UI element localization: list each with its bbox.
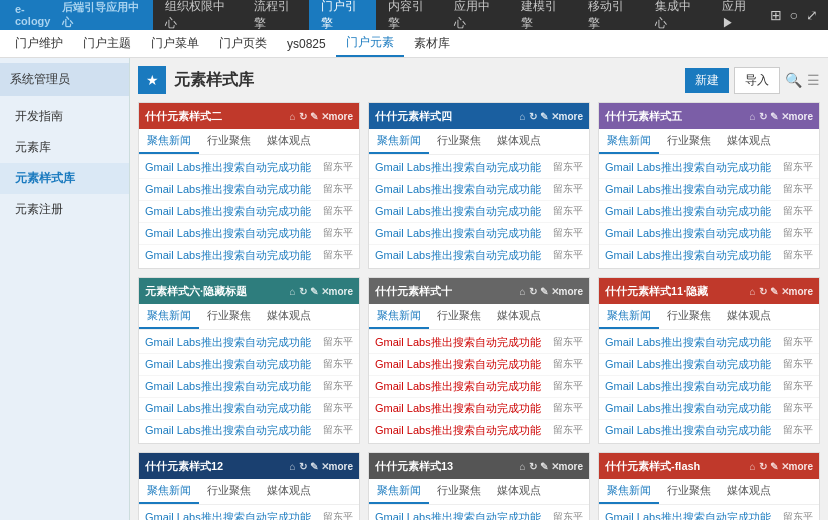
card-tab-card4-0[interactable]: 聚焦新闻	[139, 304, 199, 329]
card-more-card3[interactable]: more	[789, 111, 813, 122]
list-icon[interactable]: ☰	[807, 72, 820, 88]
row-text-card2-2[interactable]: Gmail Labs推出搜索自动完成功能	[375, 204, 549, 219]
second-nav-portal-theme[interactable]: 门户主题	[73, 30, 141, 57]
card-tab-card6-1[interactable]: 行业聚焦	[659, 304, 719, 329]
card-icon-refresh-card5[interactable]: ↻	[529, 286, 537, 297]
user-icon[interactable]: ○	[790, 7, 798, 23]
card-icon-home-card3[interactable]: ⌂	[750, 111, 756, 122]
card-icon-home-card8[interactable]: ⌂	[520, 461, 526, 472]
card-tab-card9-2[interactable]: 媒体观点	[719, 479, 779, 504]
expand-icon[interactable]: ⤢	[806, 7, 818, 23]
card-icon-refresh-card7[interactable]: ↻	[299, 461, 307, 472]
row-text-card5-1[interactable]: Gmail Labs推出搜索自动完成功能	[375, 357, 549, 372]
card-icon-close-card9[interactable]: ✕	[781, 461, 789, 472]
row-text-card8-0[interactable]: Gmail Labs推出搜索自动完成功能	[375, 510, 549, 520]
row-text-card4-0[interactable]: Gmail Labs推出搜索自动完成功能	[145, 335, 319, 350]
card-tab-card3-2[interactable]: 媒体观点	[719, 129, 779, 154]
grid-icon[interactable]: ⊞	[770, 7, 782, 23]
row-text-card3-4[interactable]: Gmail Labs推出搜索自动完成功能	[605, 248, 779, 263]
card-tab-card7-2[interactable]: 媒体观点	[259, 479, 319, 504]
row-text-card1-0[interactable]: Gmail Labs推出搜索自动完成功能	[145, 160, 319, 175]
card-icon-settings-card7[interactable]: ✎	[310, 461, 318, 472]
row-text-card6-3[interactable]: Gmail Labs推出搜索自动完成功能	[605, 401, 779, 416]
row-text-card1-2[interactable]: Gmail Labs推出搜索自动完成功能	[145, 204, 319, 219]
card-tab-card6-2[interactable]: 媒体观点	[719, 304, 779, 329]
card-tab-card2-0[interactable]: 聚焦新闻	[369, 129, 429, 154]
card-tab-card7-0[interactable]: 聚焦新闻	[139, 479, 199, 504]
import-button[interactable]: 导入	[734, 67, 780, 94]
new-button[interactable]: 新建	[685, 68, 729, 93]
card-tab-card5-1[interactable]: 行业聚焦	[429, 304, 489, 329]
card-icon-close-card7[interactable]: ✕	[321, 461, 329, 472]
card-icon-close-card4[interactable]: ✕	[321, 286, 329, 297]
sidebar-item-element-style[interactable]: 元素样式库	[0, 163, 129, 194]
card-more-card6[interactable]: more	[789, 286, 813, 297]
card-icon-home-card4[interactable]: ⌂	[290, 286, 296, 297]
row-text-card3-2[interactable]: Gmail Labs推出搜索自动完成功能	[605, 204, 779, 219]
card-tab-card6-0[interactable]: 聚焦新闻	[599, 304, 659, 329]
card-more-card8[interactable]: more	[559, 461, 583, 472]
second-nav-ys0825[interactable]: ys0825	[277, 30, 336, 57]
row-text-card4-2[interactable]: Gmail Labs推出搜索自动完成功能	[145, 379, 319, 394]
card-tab-card3-0[interactable]: 聚焦新闻	[599, 129, 659, 154]
second-nav-portal-maintain[interactable]: 门户维护	[5, 30, 73, 57]
card-more-card5[interactable]: more	[559, 286, 583, 297]
nav-content[interactable]: 内容引擎	[376, 0, 443, 30]
card-icon-refresh-card3[interactable]: ↻	[759, 111, 767, 122]
card-icon-settings-card8[interactable]: ✎	[540, 461, 548, 472]
card-tab-card9-1[interactable]: 行业聚焦	[659, 479, 719, 504]
row-text-card3-3[interactable]: Gmail Labs推出搜索自动完成功能	[605, 226, 779, 241]
card-icon-refresh-card8[interactable]: ↻	[529, 461, 537, 472]
row-text-card7-0[interactable]: Gmail Labs推出搜索自动完成功能	[145, 510, 319, 520]
card-icon-settings-card6[interactable]: ✎	[770, 286, 778, 297]
row-text-card5-3[interactable]: Gmail Labs推出搜索自动完成功能	[375, 401, 549, 416]
row-text-card2-0[interactable]: Gmail Labs推出搜索自动完成功能	[375, 160, 549, 175]
card-tab-card9-0[interactable]: 聚焦新闻	[599, 479, 659, 504]
card-icon-refresh-card4[interactable]: ↻	[299, 286, 307, 297]
nav-integration[interactable]: 集成中心	[643, 0, 710, 30]
nav-app[interactable]: 应用中心	[442, 0, 509, 30]
card-tab-card4-1[interactable]: 行业聚焦	[199, 304, 259, 329]
card-icon-close-card3[interactable]: ✕	[781, 111, 789, 122]
second-nav-portal-menu[interactable]: 门户菜单	[141, 30, 209, 57]
card-icon-close-card2[interactable]: ✕	[551, 111, 559, 122]
nav-mobile[interactable]: 移动引擎	[576, 0, 643, 30]
card-icon-settings-card1[interactable]: ✎	[310, 111, 318, 122]
card-tab-card3-1[interactable]: 行业聚焦	[659, 129, 719, 154]
card-icon-settings-card3[interactable]: ✎	[770, 111, 778, 122]
card-icon-close-card8[interactable]: ✕	[551, 461, 559, 472]
row-text-card1-1[interactable]: Gmail Labs推出搜索自动完成功能	[145, 182, 319, 197]
row-text-card4-4[interactable]: Gmail Labs推出搜索自动完成功能	[145, 423, 319, 438]
nav-flow[interactable]: 流程引擎	[242, 0, 309, 30]
card-more-card7[interactable]: more	[329, 461, 353, 472]
card-tab-card8-1[interactable]: 行业聚焦	[429, 479, 489, 504]
card-tab-card8-0[interactable]: 聚焦新闻	[369, 479, 429, 504]
sidebar-item-element-lib[interactable]: 元素库	[0, 132, 129, 163]
row-text-card5-4[interactable]: Gmail Labs推出搜索自动完成功能	[375, 423, 549, 438]
card-icon-home-card1[interactable]: ⌂	[290, 111, 296, 122]
row-text-card2-3[interactable]: Gmail Labs推出搜索自动完成功能	[375, 226, 549, 241]
card-icon-close-card1[interactable]: ✕	[321, 111, 329, 122]
row-text-card5-2[interactable]: Gmail Labs推出搜索自动完成功能	[375, 379, 549, 394]
sidebar-item-element-reg[interactable]: 元素注册	[0, 194, 129, 225]
card-icon-home-card7[interactable]: ⌂	[290, 461, 296, 472]
row-text-card6-2[interactable]: Gmail Labs推出搜索自动完成功能	[605, 379, 779, 394]
card-tab-card8-2[interactable]: 媒体观点	[489, 479, 549, 504]
nav-portal[interactable]: 门户引擎	[309, 0, 376, 30]
card-icon-settings-card5[interactable]: ✎	[540, 286, 548, 297]
row-text-card4-1[interactable]: Gmail Labs推出搜索自动完成功能	[145, 357, 319, 372]
row-text-card1-3[interactable]: Gmail Labs推出搜索自动完成功能	[145, 226, 319, 241]
card-icon-home-card5[interactable]: ⌂	[520, 286, 526, 297]
row-text-card6-1[interactable]: Gmail Labs推出搜索自动完成功能	[605, 357, 779, 372]
sidebar-item-guide[interactable]: 开发指南	[0, 101, 129, 132]
row-text-card3-1[interactable]: Gmail Labs推出搜索自动完成功能	[605, 182, 779, 197]
card-icon-close-card5[interactable]: ✕	[551, 286, 559, 297]
card-tab-card5-0[interactable]: 聚焦新闻	[369, 304, 429, 329]
card-icon-home-card9[interactable]: ⌂	[750, 461, 756, 472]
row-text-card6-4[interactable]: Gmail Labs推出搜索自动完成功能	[605, 423, 779, 438]
card-more-card4[interactable]: more	[329, 286, 353, 297]
nav-model[interactable]: 建模引擎	[509, 0, 576, 30]
row-text-card3-0[interactable]: Gmail Labs推出搜索自动完成功能	[605, 160, 779, 175]
nav-more[interactable]: 应用 ▶	[710, 0, 769, 30]
row-text-card4-3[interactable]: Gmail Labs推出搜索自动完成功能	[145, 401, 319, 416]
